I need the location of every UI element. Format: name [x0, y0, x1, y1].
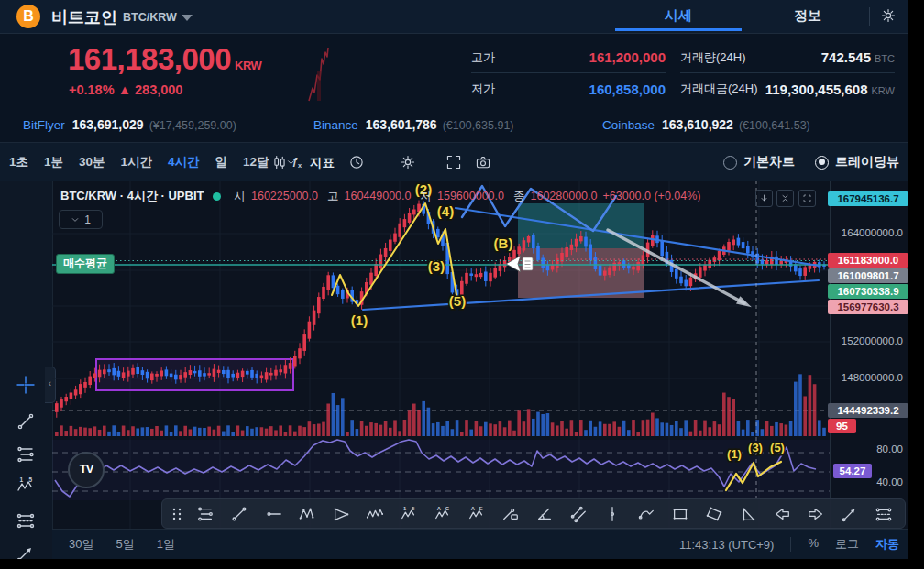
timeframe-일[interactable]: 일 [215, 154, 228, 170]
scale-%[interactable]: % [808, 536, 819, 553]
high-value: 161,200,000 [589, 49, 666, 65]
draw-tool-prism-pattern[interactable] [324, 505, 358, 523]
draw-tool-parallel-channel[interactable] [561, 505, 595, 523]
exchange-bitflyer: BitFlyer163,691,029(¥17,459,259.00) [23, 117, 236, 132]
crosshair-tool-icon[interactable] [16, 375, 36, 395]
currency-label: KRW [235, 59, 261, 72]
price-chart-canvas[interactable]: (1)(2)(3)(4)(5)(B)(1)(3)(5) [52, 181, 830, 530]
screenshot-camera-icon[interactable] [475, 154, 491, 170]
draw-tool-arrow-marker[interactable] [832, 505, 866, 523]
timeframe-1시간[interactable]: 1시간 [121, 154, 153, 170]
scale-로그[interactable]: 로그 [835, 536, 859, 553]
draw-tool-arrow-left[interactable] [764, 505, 798, 523]
axis-label-80.00: 80.00 [830, 443, 908, 454]
alert-clock-icon[interactable] [348, 154, 365, 170]
exchange-converted: (€100,641.53) [739, 119, 810, 132]
axis-label-167945136.7: 167945136.7 [828, 191, 908, 206]
axis-label-95: 95 [828, 419, 856, 433]
volume-value: 742.545BTC [821, 49, 895, 65]
toolbar-drag-handle[interactable] [166, 506, 188, 522]
tab-info[interactable]: 정보 [776, 0, 840, 30]
candle-style-icon[interactable] [271, 154, 288, 170]
tradingview-logo[interactable]: TV [68, 452, 104, 488]
timeframe-selector: 1초1분30분1시간4시간일12달 [9, 143, 297, 181]
exchange-name: Binance [314, 118, 358, 132]
draw-tool-elliott-impulse-1-5[interactable]: 15 [391, 505, 425, 523]
timeframe-1초[interactable]: 1초 [9, 154, 28, 170]
radio-icon[interactable] [815, 156, 829, 170]
timeframe-30분[interactable]: 30분 [79, 154, 105, 170]
range-30일[interactable]: 30일 [69, 536, 94, 553]
axis-label-161009801.7: 161009801.7 [828, 268, 908, 283]
draw-tool-elliott-correction-a-c[interactable]: AC [425, 505, 459, 523]
pitchfork-tool-icon[interactable] [16, 510, 36, 531]
draw-tool-trend-line[interactable] [222, 505, 256, 523]
settings-gear-icon[interactable] [880, 7, 896, 24]
axis-label-156977630.3: 156977630.3 [828, 300, 908, 314]
draw-tool-trend-angle[interactable] [527, 505, 561, 523]
navbar-divider [869, 7, 870, 26]
tab-market-price[interactable]: 시세 [615, 0, 742, 30]
draw-tool-brush[interactable] [629, 505, 663, 523]
legend-collapse-button[interactable]: 1 [59, 210, 103, 229]
draw-tool-pitchfork[interactable] [866, 505, 900, 523]
timeframe-1분[interactable]: 1분 [44, 154, 63, 170]
volume-label: 거래량(24H) [680, 49, 746, 66]
axis-label-152000000.0: 152000000.0 [830, 335, 908, 346]
draw-tool-triangle[interactable] [731, 505, 764, 523]
draw-tool-horizontal-ray[interactable] [256, 505, 290, 523]
wave-label-(3): (3) [428, 258, 445, 274]
upbit-trading-window: B 비트코인 BTC/KRW 시세 정보 161,183,000KRW +0.1… [0, 0, 908, 559]
range-5일[interactable]: 5일 [116, 536, 134, 553]
exchange-coinbase: Coinbase163,610,922(€100,641.53) [602, 117, 810, 132]
window-edge-bottom [0, 559, 924, 569]
draw-tool-vertical-line[interactable] [595, 505, 629, 523]
draw-tool-rotated-rectangle[interactable] [697, 505, 731, 523]
scale-자동[interactable]: 자동 [875, 536, 899, 553]
trend-line-tool-icon[interactable] [16, 411, 36, 432]
maximize-pane-button[interactable] [798, 190, 816, 207]
draw-tool-long-position[interactable] [493, 505, 527, 523]
exchange-binance: Binance163,601,786(€100,635.91) [314, 117, 514, 132]
draw-tool-fib-retracement[interactable] [188, 505, 222, 523]
axis-label-161183000.0: 161183000.0 [828, 253, 908, 268]
arrow-marker-tool-icon[interactable] [16, 543, 36, 559]
elliott-wave-tool-icon[interactable]: 15 [16, 476, 36, 496]
draw-tool-xabcd-pattern[interactable] [290, 505, 324, 523]
fib-retracement-tool-icon[interactable] [16, 444, 36, 465]
draw-tool-elliott-wave-a-e[interactable]: AE [459, 505, 493, 523]
svg-text:E: E [478, 505, 482, 510]
clock: 11:43:13 (UTC+9) [679, 538, 774, 552]
coin-dropdown-icon[interactable] [182, 15, 192, 21]
mode-tradingview[interactable]: 트레이딩뷰 [815, 154, 899, 170]
value-label: 거래대금(24H) [680, 81, 758, 97]
fullscreen-icon[interactable] [446, 154, 462, 170]
coin-pair: BTC/KRW [123, 11, 177, 24]
indicator-fx-icon[interactable]: ƒx [290, 154, 306, 170]
radio-icon[interactable] [723, 156, 737, 170]
axis-label-40.00: 40.00 [830, 476, 908, 487]
timeframe-12달[interactable]: 12달 [243, 154, 270, 170]
exchange-price: 163,601,786 [366, 117, 437, 132]
scroll-to-recent-button[interactable] [755, 190, 773, 207]
draw-tool-three-drives-pattern[interactable] [358, 505, 391, 523]
chart-legend: BTC/KRW · 4시간 · UPBIT 시160225000.0 고1604… [60, 188, 701, 204]
window-edge-right [908, 0, 924, 569]
indicator-label[interactable]: 지표 [310, 155, 335, 171]
exchange-name: Coinbase [602, 118, 654, 132]
range-1일[interactable]: 1일 [157, 536, 175, 553]
timeframe-4시간[interactable]: 4시간 [168, 154, 200, 170]
collapse-pane-button[interactable] [776, 190, 794, 207]
top-navbar: B 비트코인 BTC/KRW 시세 정보 [0, 0, 908, 34]
mode-basic-chart[interactable]: 기본차트 [723, 154, 795, 170]
low-label: 저가 [471, 81, 495, 97]
axis-label-160730338.9: 160730338.9 [828, 284, 908, 299]
draw-tool-arrow-right[interactable] [798, 505, 832, 523]
chart-settings-icon[interactable] [400, 154, 416, 170]
svg-text:5: 5 [412, 505, 415, 510]
svg-text:A: A [436, 505, 441, 510]
draw-tool-rectangle[interactable] [663, 505, 697, 523]
current-price: 161,183,000KRW [68, 42, 261, 77]
wave-label-(B): (B) [494, 235, 513, 251]
range-buttons: 30일5일1일 [69, 536, 197, 553]
